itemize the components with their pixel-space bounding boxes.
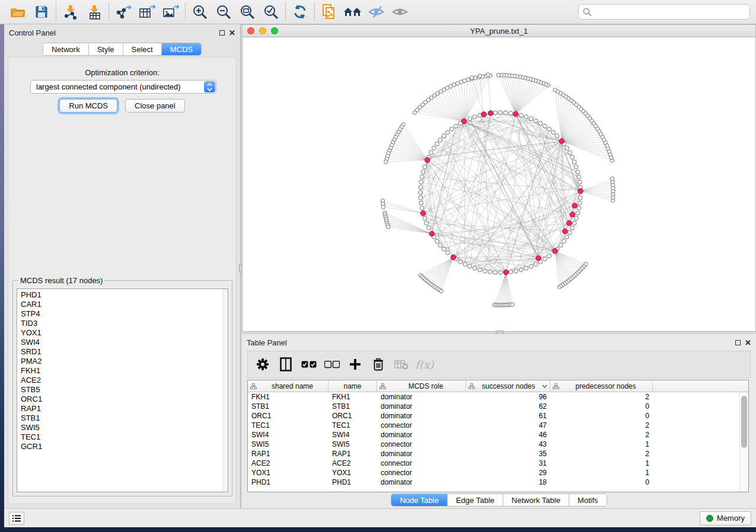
graph-node[interactable] [538, 121, 543, 126]
show-columns-button[interactable] [277, 354, 295, 374]
graph-node[interactable] [543, 124, 547, 128]
table-row[interactable]: TEC1TEC1connector472 [248, 421, 748, 430]
graph-hub-node[interactable] [451, 255, 456, 260]
mcds-result-list[interactable]: PHD1CAR1STP4TID3YOX1SWI4SRD1PMA2FKH1ACE2… [17, 289, 228, 492]
mcds-result-item[interactable]: TEC1 [21, 432, 228, 442]
column-header-shared-name[interactable]: shared name [248, 380, 328, 392]
graph-node[interactable] [570, 226, 575, 230]
column-header-predecessor-nodes[interactable]: predecessor nodes [550, 380, 653, 392]
graph-node[interactable] [543, 257, 547, 261]
graph-node[interactable] [578, 196, 582, 200]
graph-node[interactable] [572, 221, 576, 225]
network-canvas[interactable] [243, 37, 755, 331]
graph-node[interactable] [577, 175, 581, 179]
graph-node[interactable] [568, 230, 572, 235]
table-row[interactable]: SWI5SWI5connector431 [248, 440, 748, 449]
tab-select[interactable]: Select [123, 43, 162, 55]
graph-node[interactable] [578, 201, 582, 205]
task-history-button[interactable] [9, 512, 24, 525]
mcds-result-item[interactable]: STB5 [21, 385, 228, 395]
table-row[interactable]: SWI4SWI4dominator462 [248, 430, 748, 440]
close-panel-icon[interactable]: ✕ [229, 30, 235, 36]
mcds-result-item[interactable]: CAR1 [21, 300, 228, 309]
open-session-button[interactable] [6, 2, 30, 22]
graph-node[interactable] [576, 170, 580, 174]
mcds-result-item[interactable]: RAP1 [21, 404, 228, 414]
graph-node[interactable] [578, 180, 582, 184]
graph-hub-node[interactable] [563, 229, 568, 234]
graph-node[interactable] [577, 206, 581, 210]
graph-node[interactable] [486, 73, 490, 76]
graph-node[interactable] [438, 138, 442, 142]
graph-node[interactable] [572, 160, 576, 164]
graph-node[interactable] [458, 260, 462, 264]
graph-hub-node[interactable] [572, 203, 578, 209]
graph-hub-node[interactable] [513, 111, 519, 117]
graph-node[interactable] [551, 130, 556, 134]
graph-node[interactable] [446, 251, 450, 255]
float-panel-icon[interactable] [219, 30, 225, 36]
tab-node-table[interactable]: Node Table [391, 494, 448, 506]
graph-node[interactable] [610, 177, 614, 181]
graph-node[interactable] [534, 262, 538, 267]
graph-node[interactable] [503, 111, 508, 115]
eye-button[interactable] [388, 2, 412, 22]
graph-node[interactable] [574, 216, 578, 220]
graph-hub-node[interactable] [420, 211, 426, 216]
graph-node[interactable] [419, 196, 423, 200]
zoom-out-button[interactable] [212, 2, 235, 22]
mcds-result-item[interactable]: SRD1 [21, 347, 228, 357]
tab-network[interactable]: Network [43, 43, 89, 55]
table-row[interactable]: FKH1FKH1dominator962 [248, 392, 748, 402]
graph-node[interactable] [559, 243, 563, 248]
zoom-fit-button[interactable] [235, 2, 259, 22]
graph-node[interactable] [514, 269, 518, 273]
mcds-result-item[interactable]: PHD1 [21, 290, 228, 300]
graph-node[interactable] [442, 134, 446, 138]
mcds-result-item[interactable]: GCR1 [21, 442, 228, 451]
graph-node[interactable] [499, 111, 503, 115]
graph-node[interactable] [435, 239, 439, 243]
export-table-button[interactable] [135, 2, 159, 22]
graph-hub-node[interactable] [536, 256, 541, 261]
graph-node[interactable] [509, 111, 513, 116]
table-scrollbar-thumb[interactable] [741, 396, 747, 448]
import-table-button[interactable] [82, 2, 106, 22]
graph-node[interactable] [419, 180, 423, 184]
graph-node[interactable] [463, 262, 467, 267]
graph-hub-node[interactable] [567, 220, 572, 226]
mcds-result-item[interactable]: STB1 [21, 414, 228, 423]
graph-node[interactable] [576, 211, 580, 216]
mcds-result-item[interactable]: STP4 [21, 309, 228, 319]
delete-column-button[interactable] [369, 354, 387, 374]
graph-node[interactable] [562, 239, 566, 243]
graph-node[interactable] [435, 142, 439, 146]
graph-node[interactable] [555, 134, 559, 138]
graph-node[interactable] [553, 88, 557, 92]
graph-node[interactable] [529, 117, 533, 121]
function-builder-button[interactable]: f(x) [416, 354, 433, 374]
graph-hub-node[interactable] [481, 112, 487, 117]
graph-node[interactable] [524, 266, 528, 270]
graph-node[interactable] [493, 111, 497, 115]
table-row[interactable]: RAP1RAP1dominator352 [248, 449, 748, 459]
graph-node[interactable] [439, 289, 443, 293]
graph-hub-node[interactable] [578, 188, 583, 194]
graph-node[interactable] [468, 117, 472, 121]
refresh-button[interactable] [288, 2, 312, 22]
graph-node[interactable] [387, 225, 390, 229]
graph-node[interactable] [432, 146, 436, 150]
graph-node[interactable] [468, 264, 472, 268]
graph-node[interactable] [570, 155, 575, 159]
graph-node[interactable] [420, 175, 424, 179]
table-row[interactable]: STB1STB1dominator620 [248, 402, 748, 411]
graph-node[interactable] [565, 146, 569, 150]
homes-button[interactable] [341, 2, 365, 22]
tab-mcds[interactable]: MCDS [162, 43, 201, 55]
table-row[interactable]: PHD1PHD1dominator180 [248, 477, 748, 487]
graph-node[interactable] [499, 271, 503, 275]
graph-node[interactable] [438, 243, 442, 248]
table-row[interactable]: YOX1YOX1connector291 [248, 468, 748, 477]
graph-node[interactable] [419, 185, 423, 190]
table-row[interactable]: ORC1ORC1dominator610 [248, 411, 748, 421]
